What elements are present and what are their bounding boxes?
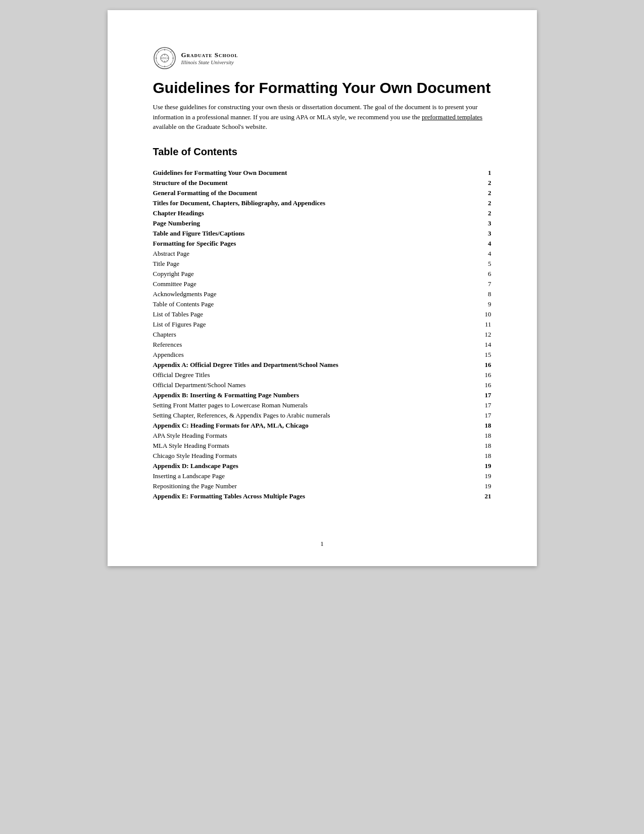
toc-item-page: 18 (458, 451, 491, 461)
toc-item-page: 18 (458, 431, 491, 441)
toc-item-page: 1 (458, 168, 491, 178)
toc-row: Chicago Style Heading Formats18 (153, 451, 491, 461)
toc-item-label: Appendix B: Inserting & Formatting Page … (153, 390, 458, 400)
toc-row: Abstract Page4 (153, 249, 491, 259)
school-name: Graduate School (181, 51, 238, 59)
toc-item-label: Official Degree Titles (153, 370, 458, 380)
toc-row: Appendices15 (153, 350, 491, 360)
toc-item-page: 4 (458, 249, 491, 259)
toc-heading: Table of Contents (153, 146, 491, 158)
header-logo: ISU Graduate School Illinois State Unive… (153, 47, 491, 70)
toc-item-page: 2 (458, 208, 491, 218)
toc-row: Title Page5 (153, 259, 491, 269)
toc-item-label: Appendix C: Heading Formats for APA, MLA… (153, 421, 458, 431)
toc-item-page: 4 (458, 239, 491, 249)
toc-row: Chapter Headings2 (153, 208, 491, 218)
toc-item-page: 18 (458, 441, 491, 451)
toc-row: Structure of the Document2 (153, 178, 491, 188)
toc-item-page: 11 (458, 319, 491, 330)
toc-row: Formatting for Specific Pages4 (153, 239, 491, 249)
toc-item-label: Table and Figure Titles/Captions (153, 228, 458, 239)
toc-item-label: Formatting for Specific Pages (153, 239, 458, 249)
toc-item-page: 6 (458, 269, 491, 279)
toc-item-label: Title Page (153, 259, 458, 269)
toc-row: Copyright Page6 (153, 269, 491, 279)
toc-item-label: Guidelines for Formatting Your Own Docum… (153, 168, 458, 178)
toc-item-label: Abstract Page (153, 249, 458, 259)
toc-item-label: Chapter Headings (153, 208, 458, 218)
toc-item-label: List of Figures Page (153, 319, 458, 330)
toc-item-page: 16 (458, 380, 491, 390)
toc-item-page: 17 (458, 390, 491, 400)
toc-item-label: Acknowledgments Page (153, 289, 458, 299)
toc-item-label: List of Tables Page (153, 309, 458, 319)
toc-item-page: 2 (458, 178, 491, 188)
toc-row: Setting Chapter, References, & Appendix … (153, 410, 491, 421)
toc-row: Titles for Document, Chapters, Bibliogra… (153, 198, 491, 208)
page-number: 1 (108, 540, 537, 548)
toc-row: List of Tables Page10 (153, 309, 491, 319)
svg-text:ISU: ISU (162, 57, 167, 60)
toc-item-page: 19 (458, 471, 491, 481)
toc-item-label: Setting Front Matter pages to Lowercase … (153, 400, 458, 410)
toc-row: Guidelines for Formatting Your Own Docum… (153, 168, 491, 178)
toc-row: Appendix E: Formatting Tables Across Mul… (153, 491, 491, 501)
toc-item-label: MLA Style Heading Formats (153, 441, 458, 451)
toc-item-label: Page Numbering (153, 218, 458, 228)
toc-item-page: 12 (458, 330, 491, 340)
toc-item-page: 16 (458, 360, 491, 370)
toc-item-label: Repositioning the Page Number (153, 481, 458, 491)
toc-item-label: Appendices (153, 350, 458, 360)
toc-item-label: Appendix D: Landscape Pages (153, 461, 458, 471)
toc-item-page: 9 (458, 299, 491, 309)
toc-row: APA Style Heading Formats18 (153, 431, 491, 441)
toc-item-label: Copyright Page (153, 269, 458, 279)
toc-item-page: 18 (458, 421, 491, 431)
toc-item-label: Chicago Style Heading Formats (153, 451, 458, 461)
toc-row: Chapters12 (153, 330, 491, 340)
toc-item-label: Official Department/School Names (153, 380, 458, 390)
doc-intro: Use these guidelines for constructing yo… (153, 102, 491, 132)
toc-item-label: General Formatting of the Document (153, 188, 458, 198)
toc-item-page: 17 (458, 410, 491, 421)
toc-item-label: Structure of the Document (153, 178, 458, 188)
toc-row: Page Numbering3 (153, 218, 491, 228)
university-seal-icon: ISU (153, 47, 176, 70)
toc-row: List of Figures Page11 (153, 319, 491, 330)
document-page: ISU Graduate School Illinois State Unive… (108, 10, 537, 566)
toc-row: Setting Front Matter pages to Lowercase … (153, 400, 491, 410)
toc-row: Appendix B: Inserting & Formatting Page … (153, 390, 491, 400)
toc-item-label: Appendix A: Official Degree Titles and D… (153, 360, 458, 370)
preformatted-link[interactable]: preformatted templates (422, 113, 482, 121)
toc-item-label: Chapters (153, 330, 458, 340)
toc-item-label: Setting Chapter, References, & Appendix … (153, 410, 458, 421)
toc-item-label: Committee Page (153, 279, 458, 289)
toc-item-page: 5 (458, 259, 491, 269)
toc-item-page: 2 (458, 198, 491, 208)
toc-table: Guidelines for Formatting Your Own Docum… (153, 168, 491, 501)
toc-item-page: 8 (458, 289, 491, 299)
toc-row: Appendix D: Landscape Pages19 (153, 461, 491, 471)
toc-row: Appendix C: Heading Formats for APA, MLA… (153, 421, 491, 431)
doc-title: Guidelines for Formatting Your Own Docum… (153, 79, 491, 97)
toc-item-page: 19 (458, 481, 491, 491)
toc-row: Appendix A: Official Degree Titles and D… (153, 360, 491, 370)
toc-item-page: 15 (458, 350, 491, 360)
school-subtitle: Illinois State University (181, 59, 238, 65)
toc-row: References14 (153, 340, 491, 350)
toc-item-page: 21 (458, 491, 491, 501)
toc-row: Table and Figure Titles/Captions3 (153, 228, 491, 239)
toc-row: Table of Contents Page9 (153, 299, 491, 309)
toc-item-page: 14 (458, 340, 491, 350)
toc-item-label: Titles for Document, Chapters, Bibliogra… (153, 198, 458, 208)
toc-item-page: 17 (458, 400, 491, 410)
toc-row: MLA Style Heading Formats18 (153, 441, 491, 451)
toc-item-label: APA Style Heading Formats (153, 431, 458, 441)
toc-item-page: 2 (458, 188, 491, 198)
toc-row: Committee Page7 (153, 279, 491, 289)
toc-item-label: References (153, 340, 458, 350)
toc-item-label: Inserting a Landscape Page (153, 471, 458, 481)
toc-item-page: 7 (458, 279, 491, 289)
toc-row: General Formatting of the Document2 (153, 188, 491, 198)
toc-item-page: 3 (458, 228, 491, 239)
